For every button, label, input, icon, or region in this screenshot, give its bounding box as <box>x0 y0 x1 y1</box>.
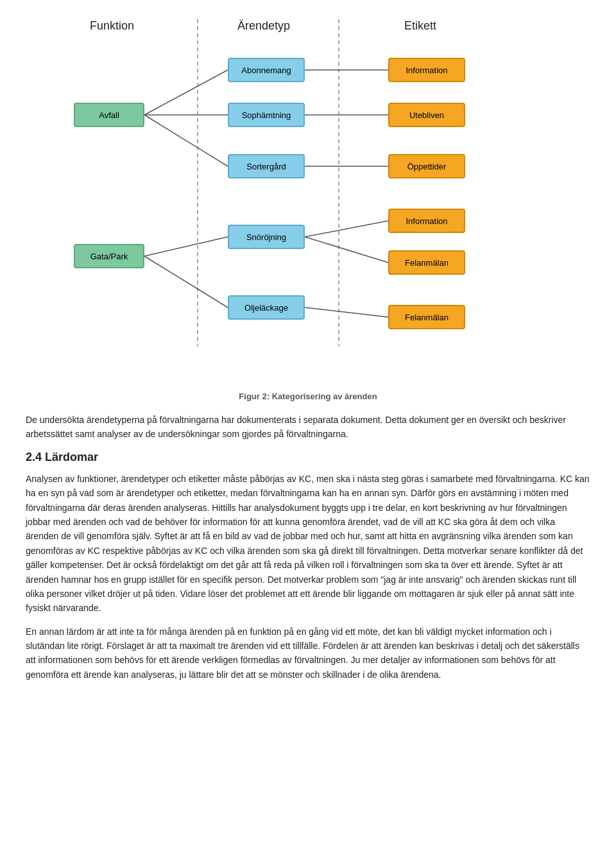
section-heading: 2.4 Lärdomar <box>26 451 590 464</box>
node-information2: Information <box>388 209 465 233</box>
node-sortergard: Sortergård <box>228 154 305 178</box>
svg-line-11 <box>305 237 388 263</box>
node-gatapark: Gata/Park <box>74 244 144 268</box>
diagram-container: Funktion Ärendetyp Etikett Avfall Gata/P… <box>26 19 590 379</box>
svg-line-12 <box>305 307 388 317</box>
node-oljelackage: Oljeläckage <box>228 295 305 320</box>
svg-line-5 <box>144 237 228 256</box>
node-felanmalan1: Felanmälan <box>388 250 465 275</box>
node-felanmalan2: Felanmälan <box>388 305 465 329</box>
node-utebliven: Utebliven <box>388 103 465 127</box>
diagram-lines <box>26 19 590 379</box>
node-avfall: Avfall <box>74 103 144 127</box>
svg-line-2 <box>144 70 228 115</box>
intro-paragraph: De undersökta ärendetyperna på förvaltni… <box>26 413 590 442</box>
node-snrojning: Snöröjning <box>228 225 305 249</box>
paragraph1: Analysen av funktioner, ärendetyper och … <box>26 472 590 616</box>
svg-line-6 <box>144 256 228 307</box>
node-oppettider: Öppettider <box>388 154 465 178</box>
svg-line-10 <box>305 221 388 237</box>
node-sophamtning: Sophämtning <box>228 103 305 127</box>
paragraph2: En annan lärdom är att inte ta för många… <box>26 625 590 682</box>
node-information1: Information <box>388 58 465 82</box>
svg-line-4 <box>144 115 228 166</box>
figure-caption: Figur 2: Kategorisering av ärenden <box>26 392 590 401</box>
node-abonnemang: Abonnemang <box>228 58 305 82</box>
